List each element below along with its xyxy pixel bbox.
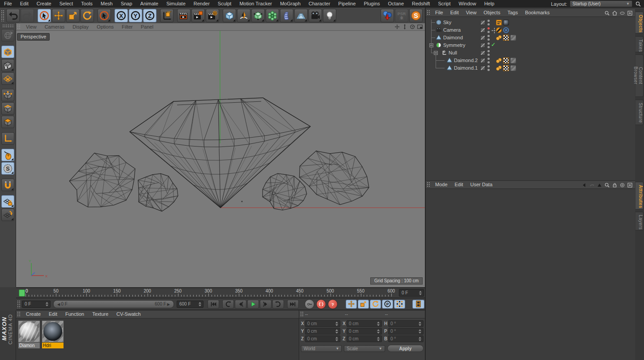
play-forwards-button[interactable]: [247, 300, 259, 309]
main-menu-animate[interactable]: Animate: [136, 0, 162, 8]
timeline-ruler[interactable]: 050100150200250300350400450500550600 0 F: [16, 288, 425, 298]
target-icon[interactable]: [619, 182, 625, 188]
scale-y-field[interactable]: 0 cm: [347, 328, 382, 335]
key-rotation-button[interactable]: [370, 300, 381, 309]
panel-grip[interactable]: [17, 24, 21, 30]
main-menu-script[interactable]: Script: [434, 0, 454, 8]
layer-color-box[interactable]: [480, 28, 485, 33]
object-manager-menu-bookmarks[interactable]: Bookmarks: [521, 9, 553, 17]
object-name[interactable]: Null: [449, 50, 457, 56]
main-menu-snap[interactable]: Snap: [117, 0, 136, 8]
panel-grip[interactable]: [427, 182, 431, 188]
main-menu-sculpt[interactable]: Sculpt: [214, 0, 236, 8]
scale-z-field[interactable]: 0 cm: [347, 335, 382, 342]
object-manager-list[interactable]: SkyCameraDaimondSymmetry✓NullDaimond.2Da…: [426, 17, 635, 181]
go-to-start-button[interactable]: [208, 300, 219, 309]
protection-tag-icon[interactable]: [496, 27, 502, 33]
stepper-icon[interactable]: [419, 291, 422, 295]
object-manager-menu-tags[interactable]: Tags: [504, 9, 521, 17]
stepper-icon[interactable]: [335, 322, 339, 326]
enabled-check-icon[interactable]: ✓: [491, 42, 496, 48]
material-menu-cv-swatch[interactable]: CV-Swatch: [112, 310, 144, 318]
snap-settings-button[interactable]: S: [1, 162, 14, 175]
object-name[interactable]: Daimond.1: [454, 65, 478, 71]
stepper-icon[interactable]: [419, 329, 422, 334]
attribute-manager-menu-mode[interactable]: Mode: [432, 181, 451, 188]
phong-tag-icon[interactable]: [496, 58, 502, 63]
visibility-dots[interactable]: [487, 58, 490, 63]
object-row-daimond[interactable]: Daimond: [426, 34, 635, 42]
material-item-diamon[interactable]: Diamon: [18, 321, 40, 348]
lock-y-button[interactable]: Y: [129, 9, 142, 22]
main-menu-edit[interactable]: Edit: [16, 0, 33, 8]
lock-x-button[interactable]: X: [114, 9, 128, 22]
material-menu-create[interactable]: Create: [22, 310, 45, 318]
position-y-field[interactable]: 0 cm: [305, 328, 340, 335]
viewport-panel[interactable]: ViewCamerasDisplayOptionsFilterPanel Per…: [16, 23, 425, 287]
editor-visibility-dot[interactable]: [487, 35, 490, 37]
attribute-manager-menu-edit[interactable]: Edit: [451, 181, 467, 188]
edit-render-settings-button[interactable]: [206, 9, 219, 22]
texture-tag-icon[interactable]: [510, 35, 516, 41]
stepper-icon[interactable]: [335, 337, 339, 341]
visibility-dots[interactable]: [487, 27, 490, 33]
layer-color-box[interactable]: [480, 35, 485, 40]
back-icon[interactable]: [581, 182, 587, 188]
current-frame-field[interactable]: 0 F: [399, 289, 424, 297]
main-menu-redshift[interactable]: Redshift: [408, 0, 434, 8]
texture-mode-button[interactable]: [1, 59, 14, 71]
live-selection-button[interactable]: [38, 9, 51, 22]
redo-button[interactable]: [21, 9, 34, 22]
editor-visibility-dot[interactable]: [487, 58, 490, 60]
axis-mode-button[interactable]: [1, 132, 14, 145]
forward-icon[interactable]: [589, 182, 595, 188]
object-name[interactable]: Symmetry: [443, 42, 466, 49]
add-deformer-button[interactable]: [280, 9, 293, 22]
panel-grip[interactable]: [2, 24, 14, 28]
stepper-icon[interactable]: [199, 302, 202, 306]
material-preview[interactable]: [42, 321, 64, 342]
stepper-icon[interactable]: [335, 329, 339, 334]
scale-button[interactable]: [66, 9, 80, 22]
go-to-previous-frame-button[interactable]: [235, 300, 246, 309]
add-light-button[interactable]: [323, 9, 336, 22]
texture-tag-icon[interactable]: [510, 58, 516, 63]
lock-icon[interactable]: [612, 182, 618, 188]
visibility-dots[interactable]: [487, 20, 490, 25]
panel-tab-attributes[interactable]: Attributes: [636, 182, 644, 209]
compositing-tag-icon[interactable]: [496, 20, 502, 25]
panel-grip[interactable]: [300, 311, 304, 317]
key-parameter-button[interactable]: P: [382, 300, 393, 309]
panel-grip[interactable]: [17, 311, 21, 317]
main-menu-pipeline[interactable]: Pipeline: [334, 0, 360, 8]
rotation-h-field[interactable]: 0 °: [388, 320, 424, 327]
main-menu-plugins[interactable]: Plugins: [360, 0, 384, 8]
panel-tab-takes[interactable]: Takes: [636, 36, 644, 52]
visibility-dots[interactable]: [487, 42, 490, 48]
editor-visibility-dot[interactable]: [487, 27, 490, 29]
stepper-icon[interactable]: [419, 337, 422, 341]
up-icon[interactable]: [597, 182, 602, 188]
material-name[interactable]: Hdri: [42, 343, 64, 348]
visibility-dots[interactable]: [487, 35, 490, 41]
layer-color-box[interactable]: [480, 58, 485, 63]
object-manager-menu-objects[interactable]: Objects: [480, 9, 504, 17]
s-plugin-button[interactable]: S: [409, 9, 423, 22]
main-menu-create[interactable]: Create: [33, 0, 55, 8]
render-view-button[interactable]: [177, 9, 191, 22]
main-menu-simulate[interactable]: Simulate: [162, 0, 190, 8]
stepper-icon[interactable]: [377, 337, 380, 341]
panel-tab-layers[interactable]: Layers: [636, 212, 644, 230]
symmetry-object-icon[interactable]: [436, 42, 442, 48]
main-menu-octane[interactable]: Octane: [384, 0, 408, 8]
stepper-icon[interactable]: [419, 322, 422, 326]
viewport-menu-options[interactable]: Options: [93, 23, 118, 31]
add-panel-icon[interactable]: [627, 10, 633, 16]
editor-visibility-dot[interactable]: [487, 65, 490, 67]
object-manager-menu-file[interactable]: File: [432, 9, 447, 17]
viewport-menu-cameras[interactable]: Cameras: [41, 23, 69, 31]
points-mode-button[interactable]: [1, 89, 14, 101]
main-menu-character[interactable]: Character: [305, 0, 334, 8]
main-menu-window[interactable]: Window: [455, 0, 480, 8]
viewport-menu-display[interactable]: Display: [68, 23, 93, 31]
